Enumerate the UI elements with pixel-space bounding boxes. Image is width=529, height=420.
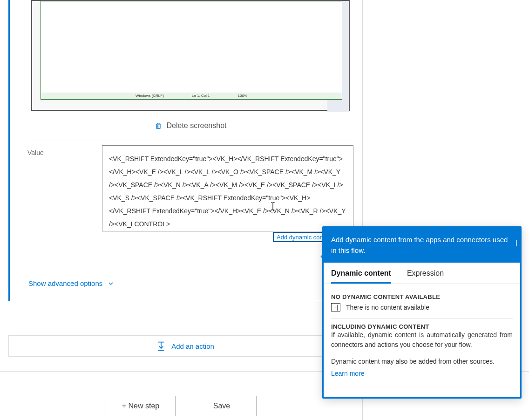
- save-button[interactable]: Save: [187, 396, 257, 416]
- trash-icon: [155, 122, 162, 130]
- add-action-label: Add an action: [171, 342, 214, 350]
- dynamic-content-tabs: Dynamic content Expression: [324, 263, 520, 284]
- value-label: Value: [27, 149, 44, 156]
- including-text: If available, dynamic content is automat…: [331, 330, 513, 350]
- screenshot-status-encoding: Windows (CRLF): [136, 94, 164, 98]
- other-sources-text: Dynamic content may also be added from o…: [331, 357, 513, 367]
- tab-dynamic-label: Dynamic content: [331, 269, 391, 277]
- divider: [27, 140, 353, 140]
- hide-panel-link[interactable]: |: [515, 237, 517, 248]
- dc-separator: [331, 318, 513, 318]
- svg-rect-0: [156, 124, 160, 129]
- tab-expression-label: Expression: [407, 269, 444, 277]
- screenshot-preview: Windows (CRLF) Ln 1, Col 1 100%: [31, 0, 350, 111]
- no-content-text: There is no content available: [346, 304, 429, 311]
- tab-expression[interactable]: Expression: [407, 269, 444, 284]
- dynamic-content-header: Add dynamic content from the apps and co…: [324, 228, 520, 263]
- no-content-row: +| There is no content available: [331, 303, 513, 312]
- screenshot-statusbar: Windows (CRLF) Ln 1, Col 1 100%: [41, 92, 342, 99]
- delete-screenshot-label: Delete screenshot: [167, 122, 227, 130]
- add-action-button[interactable]: Add an action: [8, 335, 362, 357]
- dynamic-content-body: NO DYNAMIC CONTENT AVAILABLE +| There is…: [324, 284, 520, 381]
- chevron-down-icon: [107, 280, 115, 287]
- save-label: Save: [213, 402, 230, 410]
- add-action-icon: [156, 340, 166, 352]
- show-advanced-options-link[interactable]: Show advanced options: [28, 279, 115, 287]
- show-advanced-label: Show advanced options: [28, 279, 102, 287]
- value-input[interactable]: <VK_RSHIFT ExtendedKey="true"><VK_H></VK…: [102, 145, 353, 231]
- tab-dynamic-content[interactable]: Dynamic content: [331, 269, 391, 284]
- bottom-buttons: + New step Save: [106, 396, 257, 416]
- new-step-label: + New step: [122, 402, 159, 410]
- action-card: Windows (CRLF) Ln 1, Col 1 100% Delete s…: [8, 0, 362, 301]
- delete-screenshot-button[interactable]: Delete screenshot: [31, 116, 350, 135]
- dynamic-content-header-text: Add dynamic content from the apps and co…: [331, 236, 508, 254]
- edit-code-button[interactable]: Edit co: [102, 250, 353, 264]
- screenshot-status-zoom: 100%: [238, 94, 247, 98]
- no-content-heading: NO DYNAMIC CONTENT AVAILABLE: [331, 293, 513, 300]
- dynamic-content-panel: Add dynamic content from the apps and co…: [322, 226, 522, 399]
- value-text: <VK_RSHIFT ExtendedKey="true"><VK_H></VK…: [109, 155, 346, 228]
- plus-box-icon: +|: [331, 303, 340, 312]
- including-heading: INCLUDING DYNAMIC CONTENT: [331, 323, 513, 330]
- screenshot-status-position: Ln 1, Col 1: [192, 94, 210, 98]
- learn-more-link[interactable]: Learn more: [331, 370, 365, 377]
- screenshot-notepad-window: Windows (CRLF) Ln 1, Col 1 100%: [41, 1, 342, 100]
- add-dynamic-content-label: Add dynamic con: [277, 234, 323, 241]
- new-step-button[interactable]: + New step: [106, 396, 176, 416]
